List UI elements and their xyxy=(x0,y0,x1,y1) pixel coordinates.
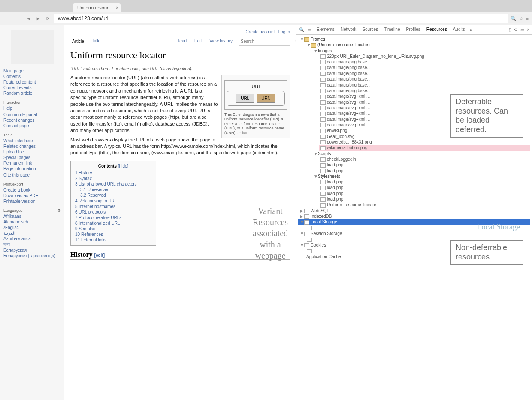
reload-icon[interactable]: ⟳ xyxy=(44,15,51,22)
star-icon[interactable]: ☆ xyxy=(519,16,523,21)
devtools-tab[interactable]: Sources xyxy=(360,26,380,33)
tree-websql[interactable]: ▶Web SQL xyxy=(298,208,530,214)
tree-file[interactable]: data:image/png;base... xyxy=(319,82,530,88)
browser-tab[interactable]: Uniform resour... × xyxy=(73,3,121,12)
sidebar-link[interactable]: Беларуская xyxy=(3,247,61,253)
search-icon[interactable]: 🔍 xyxy=(299,27,304,32)
wiki-logo[interactable] xyxy=(11,30,54,64)
more-icon[interactable]: » xyxy=(470,27,472,32)
tree-file[interactable]: checkLoggedIn xyxy=(319,156,530,162)
devtools-tab[interactable]: Network xyxy=(339,26,358,33)
sidebar-link[interactable]: Azərbaycanca xyxy=(3,236,61,241)
tree-scripts-folder[interactable]: ▼Scripts xyxy=(312,151,530,156)
tree-frame[interactable]: ▼(Uniform_resource_locator) xyxy=(305,42,530,48)
console-icon[interactable]: ⎘ xyxy=(509,27,511,32)
tree-file[interactable]: 220px-URI_Euler_Diagram_no_lone_URIs.svg… xyxy=(319,54,530,59)
devtools-tab[interactable]: Elements xyxy=(315,26,336,33)
sidebar-link[interactable]: Беларуская (тарашкевіца) xyxy=(3,253,61,259)
tree-file[interactable]: Uniform_resource_locator xyxy=(319,202,530,208)
tree-file[interactable]: poweredb..._88x31.png xyxy=(319,139,530,145)
tree-file[interactable]: load.php xyxy=(319,185,530,190)
close-icon[interactable]: × xyxy=(527,27,529,32)
search-icon[interactable]: 🔍 xyxy=(511,16,517,21)
menu-icon[interactable]: ≡ xyxy=(526,16,529,21)
toc-item[interactable]: 8 Internationalized URL xyxy=(75,220,151,226)
tree-file[interactable]: data:image/png;base... xyxy=(319,71,530,76)
sidebar-link[interactable]: Help xyxy=(3,105,61,111)
tree-file[interactable]: wikimedia-button.png xyxy=(319,145,530,150)
article-tab[interactable]: Edit xyxy=(193,37,203,46)
close-icon[interactable]: × xyxy=(116,5,118,10)
article-tab[interactable]: Article xyxy=(70,37,86,46)
sidebar-link[interactable]: Printable version xyxy=(3,198,61,204)
sidebar-link[interactable]: Recent changes xyxy=(3,117,61,123)
sidebar-link[interactable]: Related changes xyxy=(3,144,61,149)
forward-icon[interactable]: ► xyxy=(34,15,42,22)
tree-styles-folder[interactable]: ▼Stylesheets xyxy=(312,174,530,179)
toc-item[interactable]: 2 Syntax xyxy=(75,176,151,181)
gear-icon[interactable]: ⚙ xyxy=(514,27,518,32)
sidebar-link[interactable]: What links here xyxy=(3,138,61,144)
devtools-tab[interactable]: Resources xyxy=(425,26,449,33)
tree-file[interactable]: data:image/png;base... xyxy=(319,76,530,82)
sidebar-link[interactable]: Download as PDF xyxy=(3,193,61,198)
toc-item[interactable]: 11 External links xyxy=(75,237,151,243)
tree-sessionstorage[interactable]: ▼Session Storage xyxy=(298,231,530,236)
dock-icon[interactable]: ▭ xyxy=(520,27,524,32)
search-input[interactable] xyxy=(241,39,295,44)
toc-item[interactable]: 4 Relationship to URI xyxy=(75,198,151,204)
toc-item[interactable]: 9 See also xyxy=(75,226,151,232)
toc-item[interactable]: 5 Internet hostnames xyxy=(75,204,151,209)
toc-item[interactable]: 3.1 Unreserved xyxy=(75,187,151,192)
url-input[interactable] xyxy=(54,14,508,23)
sidebar-link[interactable]: Alemannisch xyxy=(3,219,61,225)
toc-hide[interactable]: [hide] xyxy=(118,164,128,168)
sidebar-link[interactable]: Permanent link xyxy=(3,160,61,166)
sidebar-link[interactable]: Ænglisc xyxy=(3,225,61,230)
toc-item[interactable]: 7 Protocol-relative URLs xyxy=(75,215,151,220)
sidebar-link[interactable]: Contents xyxy=(3,74,61,79)
sidebar-link[interactable]: Create a book xyxy=(3,187,61,193)
search-box[interactable]: 🔍 xyxy=(239,37,290,46)
toc-item[interactable]: 10 References xyxy=(75,232,151,237)
sidebar-link[interactable]: Cite this page xyxy=(3,172,61,178)
article-tab[interactable]: Read xyxy=(175,37,188,46)
tree-file[interactable]: load.php xyxy=(319,196,530,202)
devtools-tab[interactable]: Profiles xyxy=(404,26,422,33)
sidebar-link[interactable]: Special pages xyxy=(3,155,61,160)
tree-file[interactable]: data:image/png;base... xyxy=(319,88,530,93)
sidebar-link[interactable]: Page information xyxy=(3,166,61,171)
sidebar-link[interactable]: Main page xyxy=(3,68,61,74)
create-account-link[interactable]: Create account xyxy=(246,30,275,34)
sidebar-link[interactable]: Current events xyxy=(3,85,61,90)
tree-file[interactable]: data:image/png;base... xyxy=(319,65,530,70)
sidebar-link[interactable]: Contact page xyxy=(3,123,61,129)
sidebar-link[interactable]: Featured content xyxy=(3,79,61,85)
sidebar-link[interactable]: العربية xyxy=(3,230,61,236)
sidebar-link[interactable]: Community portal xyxy=(3,112,61,117)
toc-item[interactable]: 6 URL protocols xyxy=(75,209,151,215)
article-tab[interactable]: Talk xyxy=(90,37,101,46)
article-tab[interactable]: View history xyxy=(208,37,234,46)
tree-file[interactable]: data:image/png;base... xyxy=(319,59,530,65)
devtools-tab[interactable]: Audits xyxy=(451,26,467,33)
sidebar-link[interactable]: Random article xyxy=(3,90,61,96)
toc-item[interactable]: 3 List of allowed URL characters xyxy=(75,181,151,187)
tree-images-folder[interactable]: ▼Images xyxy=(312,48,530,54)
tree-indexeddb[interactable]: ▶IndexedDB xyxy=(298,214,530,219)
tree-file[interactable]: load.php xyxy=(319,168,530,174)
tree-file[interactable]: load.php xyxy=(319,179,530,185)
toc-item[interactable]: 1 History xyxy=(75,170,151,176)
login-link[interactable]: Log in xyxy=(278,30,290,34)
tree-file[interactable]: load.php xyxy=(319,191,530,196)
back-icon[interactable]: ◄ xyxy=(25,15,33,22)
toc-item[interactable]: 3.2 Reserved xyxy=(75,192,151,198)
sidebar-link[interactable]: Upload file xyxy=(3,149,61,155)
inspect-icon[interactable]: ▭ xyxy=(308,27,311,32)
edit-link[interactable]: [edit] xyxy=(94,253,105,258)
tree-frames[interactable]: ▼Frames xyxy=(298,36,530,42)
sidebar-link[interactable]: Afrikaans xyxy=(3,214,61,219)
gear-icon[interactable]: ⚙ xyxy=(57,208,61,213)
sidebar-link[interactable]: বাংলা xyxy=(3,241,61,247)
tree-file[interactable]: load.php xyxy=(319,162,530,168)
